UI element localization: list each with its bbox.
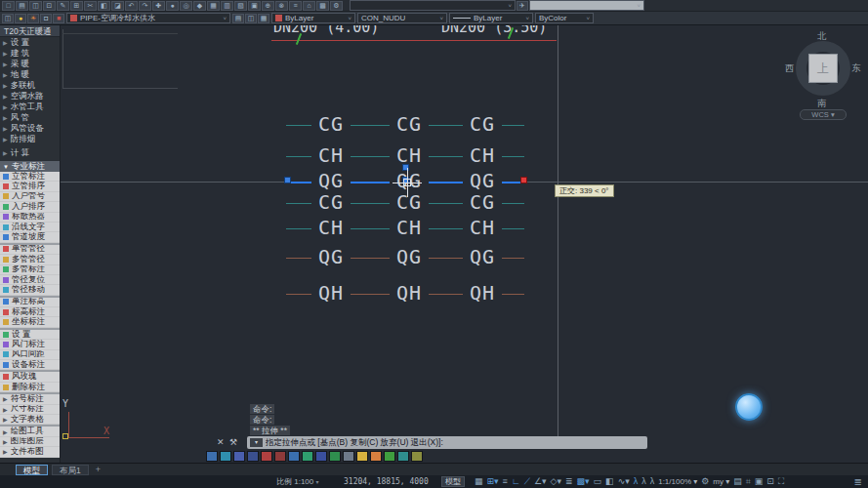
save-icon[interactable]: ◫ <box>29 1 42 11</box>
undo-icon[interactable]: ↶ <box>125 1 138 11</box>
docked-tool-icon-1[interactable] <box>220 451 231 462</box>
drawing-canvas[interactable]: DN200 (4.00) DN200 (3.50) CGCGCGCHCHCHQG… <box>61 25 868 463</box>
layers-list-icon[interactable]: ≡ <box>289 1 302 11</box>
paste-icon[interactable]: ◪ <box>111 1 124 11</box>
lineweight-combo[interactable]: ByLayer ˅ <box>449 13 533 23</box>
zoom-previous-icon[interactable]: ◆ <box>193 1 206 11</box>
pipe-row[interactable]: CGCGCG <box>286 192 524 214</box>
open-icon[interactable]: ▤ <box>16 1 28 11</box>
layer-states-icon[interactable]: ▦ <box>258 14 269 23</box>
sidebar-item-4[interactable]: ▶多联机 <box>0 80 60 91</box>
sun-icon[interactable]: ☀ <box>27 14 39 23</box>
pipe-row[interactable]: CGCGCG <box>286 114 524 136</box>
bulb-icon[interactable]: ● <box>15 14 26 23</box>
docked-tool-icon-11[interactable] <box>356 451 368 462</box>
snap-icon[interactable]: ⊞▾ <box>487 475 499 488</box>
infer-icon[interactable]: ≡ <box>503 475 508 488</box>
preview-icon[interactable]: ✎ <box>57 1 69 11</box>
sidebar-subitem[interactable]: 坐标标注 <box>0 317 60 327</box>
sidebar-item-5[interactable]: ▶空调水路 <box>0 91 60 102</box>
copy-icon[interactable]: ◧ <box>98 1 110 11</box>
layer-previous-icon[interactable]: ◫ <box>245 14 257 23</box>
sidebar-subitem[interactable]: 管径复位 <box>0 275 60 285</box>
workspace-combo[interactable]: ˅ <box>529 0 644 11</box>
sidebar-item-9[interactable]: ▶防排烟 <box>0 134 60 144</box>
sidebar-nav-item[interactable]: ▶绘图工具 <box>0 427 60 436</box>
sidebar-subitem[interactable]: 单管管径 <box>0 245 60 255</box>
hatch-icon[interactable]: ▩ <box>316 1 329 11</box>
command-prompt[interactable]: 指定拉伸点或 [基点(B) 复制(C) 放弃(U) 退出(X)]: <box>266 437 443 449</box>
grip-hot-endpoint-right[interactable] <box>520 177 527 183</box>
sheetset-icon[interactable]: ▣ <box>248 1 261 11</box>
docked-tool-icon-8[interactable] <box>315 451 327 462</box>
sidebar-nav-item[interactable]: ▶符号标注 <box>0 394 60 404</box>
sidebar-subitem[interactable]: 设备标注 <box>0 360 60 370</box>
sidebar-subitem[interactable]: 管径移动 <box>0 285 60 295</box>
zoom-realtime-icon[interactable]: ● <box>166 1 179 11</box>
docked-tool-icon-2[interactable] <box>233 451 245 462</box>
sidebar-subitem[interactable]: 删除标注 <box>0 383 60 392</box>
fullscreen-icon[interactable]: ⛶ <box>778 475 784 488</box>
new-layout-button[interactable]: + <box>93 465 103 474</box>
selection-cycling-icon[interactable]: ∿▾ <box>618 475 630 488</box>
ortho-icon[interactable]: ⟋ <box>524 475 530 488</box>
isolate-icon[interactable]: ⊡ <box>766 475 774 488</box>
make-layer-current-icon[interactable]: ▤ <box>232 14 244 23</box>
sidebar-subitem[interactable]: 风玫瑰 <box>0 372 60 382</box>
sidebar-item-7[interactable]: ▶风 管 <box>0 112 60 123</box>
sidebar-item-3[interactable]: ▶地 暖 <box>0 69 60 80</box>
redo-icon[interactable]: ↷ <box>139 1 151 11</box>
cut-icon[interactable]: ✂ <box>84 1 97 11</box>
pan-icon[interactable]: ✚ <box>152 1 165 11</box>
sidebar-item-8[interactable]: ▶风管设备 <box>0 123 60 134</box>
docked-tool-icon-15[interactable] <box>411 451 423 462</box>
viewcube-west[interactable]: 西 <box>785 62 795 75</box>
designcenter-icon[interactable]: ▥ <box>221 1 233 11</box>
tab-model[interactable]: 模型 <box>16 465 48 475</box>
commandline-customize-icon[interactable]: ⚒ <box>229 437 237 447</box>
sidebar-nav-item[interactable]: ▶文字表格 <box>0 415 60 425</box>
sidebar-item-10[interactable]: ▶计 算 <box>0 147 60 158</box>
docked-tool-icon-7[interactable] <box>302 451 313 462</box>
grip-endpoint-left[interactable] <box>284 177 291 183</box>
sidebar-subitem[interactable]: 多管标注 <box>0 265 60 275</box>
quick-properties-icon[interactable]: ▣ <box>755 475 764 488</box>
model-space-button[interactable]: 模型 <box>441 476 465 487</box>
viewcube-top-face[interactable]: 上 <box>808 54 838 83</box>
osnap-icon[interactable]: ▩▾ <box>577 475 590 488</box>
options-icon[interactable]: ⚙ <box>330 1 343 11</box>
autoscale-icon[interactable]: λ <box>641 475 646 488</box>
sidebar-subitem[interactable]: 设 置 <box>0 330 60 340</box>
grid-icon[interactable]: ▦ <box>475 475 483 488</box>
sidebar-subitem[interactable]: 立管排序 <box>0 182 60 191</box>
docked-tool-icon-14[interactable] <box>397 451 409 462</box>
command-line[interactable]: ▾ 指定拉伸点或 [基点(B) 复制(C) 放弃(U) 退出(X)]: <box>247 436 647 449</box>
command-flyout-icon[interactable]: ▾ <box>250 438 263 447</box>
pipe-row[interactable]: QHQHQH <box>286 283 524 305</box>
link-icon[interactable]: ✈ <box>517 1 528 11</box>
sidebar-item-2[interactable]: ▶采 暖 <box>0 59 60 69</box>
lock-icon[interactable]: ◘ <box>40 14 52 23</box>
sidebar-subitem[interactable]: 入户管号 <box>0 192 60 202</box>
docked-tool-icon-3[interactable] <box>247 451 259 462</box>
viewcube-north[interactable]: 北 <box>817 30 827 43</box>
sidebar-section-annotation[interactable]: ▼专业标注 <box>0 161 60 172</box>
sidebar-subitem[interactable]: 沿线文字 <box>0 223 60 232</box>
color-combo[interactable]: ByLayer ˅ <box>271 13 355 23</box>
docked-tool-icon-10[interactable] <box>343 451 354 462</box>
home-icon[interactable]: ⌂ <box>303 1 315 11</box>
plotstyle-combo[interactable]: ByColor ˅ <box>535 13 594 23</box>
dynamic-input-icon[interactable]: ∟ <box>512 475 520 488</box>
otrack-icon[interactable]: ≣ <box>565 475 573 488</box>
new-icon[interactable]: □ <box>2 1 15 11</box>
layer-properties-icon[interactable]: ◫ <box>2 14 14 23</box>
sidebar-subitem[interactable]: 风口间距 <box>0 350 60 360</box>
units-icon[interactable]: ⌗ <box>746 475 751 488</box>
tab-layout1[interactable]: 布局1 <box>52 465 89 475</box>
docked-tool-icon-6[interactable] <box>288 451 300 462</box>
docked-tool-icon-5[interactable] <box>274 451 286 462</box>
pipe-row[interactable]: QGQGQG <box>286 247 524 268</box>
sidebar-item-1[interactable]: ▶建 筑 <box>0 48 60 59</box>
sidebar-subitem[interactable]: 标高标注 <box>0 307 60 317</box>
customize-menu-icon[interactable]: ≣ <box>854 475 862 488</box>
